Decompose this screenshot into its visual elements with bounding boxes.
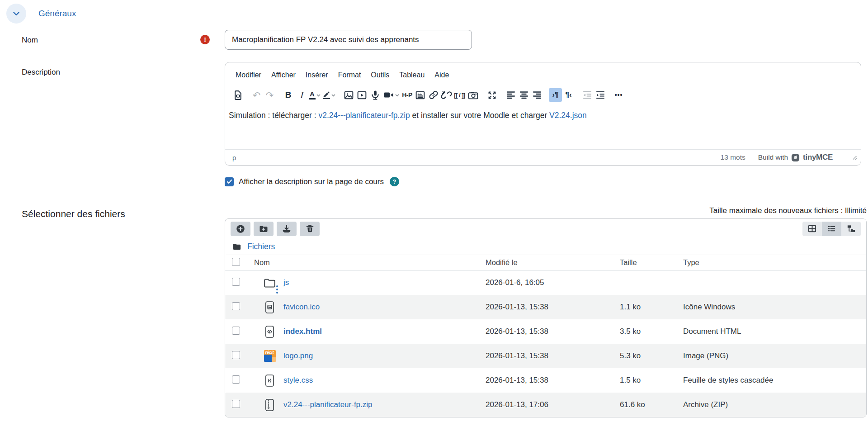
bold-button[interactable]: B	[282, 88, 295, 102]
file-modified: 2026-01-6, 16:05	[486, 270, 620, 295]
row-checkbox[interactable]	[232, 327, 240, 335]
camera-icon	[467, 90, 479, 101]
media-manager-button[interactable]	[414, 88, 427, 102]
chevron-down-icon	[395, 93, 400, 98]
italic-button[interactable]: I	[295, 88, 308, 102]
file-type: Archive (ZIP)	[683, 393, 866, 417]
view-list-button[interactable]	[822, 222, 841, 236]
view-tree-button[interactable]	[841, 222, 861, 236]
text-color-icon: A	[309, 90, 316, 100]
highlight-color-button[interactable]	[322, 88, 337, 102]
file-link[interactable]: v2.24---planificateur-fp.zip	[283, 400, 373, 409]
file-link[interactable]: js	[283, 278, 289, 287]
align-left-button[interactable]	[504, 88, 517, 102]
tinymce-editor: Modifier Afficher Insérer Format Outils …	[225, 62, 861, 166]
breadcrumb-root-link[interactable]: Fichiers	[247, 242, 275, 251]
h5p-button[interactable]: H-P	[401, 88, 414, 102]
chevron-down-icon	[316, 93, 321, 98]
screenshot-button[interactable]	[466, 88, 480, 102]
add-file-button[interactable]	[231, 222, 250, 236]
file-size: 1.1 ko	[620, 295, 683, 319]
undo-button[interactable]: ↶	[250, 88, 263, 102]
name-input[interactable]	[225, 30, 472, 50]
resize-handle[interactable]	[852, 155, 857, 160]
row-checkbox[interactable]	[232, 400, 240, 408]
menu-format[interactable]: Format	[333, 68, 366, 82]
file-link[interactable]: style.css	[283, 376, 313, 385]
name-field-label: Nom	[22, 36, 38, 45]
indent-button[interactable]	[594, 88, 607, 102]
menu-afficher[interactable]: Afficher	[266, 68, 301, 82]
section-title[interactable]: Généraux	[38, 9, 76, 19]
table-row: récit logo.png 2026-01-13, 15:38 5.3 ko …	[225, 344, 866, 368]
chevron-down-icon	[331, 93, 336, 98]
rtl-button[interactable]: ¶‹	[562, 88, 575, 102]
file-size: 5.3 ko	[620, 344, 683, 368]
menu-inserer[interactable]: Insérer	[301, 68, 333, 82]
file-link[interactable]: index.html	[283, 327, 322, 336]
row-checkbox[interactable]	[232, 351, 240, 359]
delete-button[interactable]	[300, 222, 320, 236]
file-modified: 2026-01-13, 15:38	[486, 344, 620, 368]
row-checkbox[interactable]	[232, 302, 240, 310]
file-table: Nom Modifié le Taille Type js	[225, 255, 866, 417]
fullscreen-button[interactable]	[486, 88, 499, 102]
file-type: Feuille de styles cascadée	[683, 368, 866, 393]
file-size	[620, 270, 683, 295]
record-audio-button[interactable]	[368, 88, 382, 102]
file-manager-toolbar	[225, 219, 866, 239]
text-color-button[interactable]: A	[308, 88, 322, 102]
column-header-name[interactable]: Nom	[254, 255, 486, 270]
insert-video-button[interactable]	[355, 88, 368, 102]
align-center-icon	[519, 90, 529, 100]
file-link[interactable]: favicon.ico	[283, 303, 320, 312]
column-header-type[interactable]: Type	[683, 255, 866, 270]
align-center-button[interactable]	[517, 88, 530, 102]
editor-content-area[interactable]: Simulation : télécharger : v2.24---plani…	[225, 106, 861, 149]
file-link[interactable]: logo.png	[283, 351, 313, 360]
unlink-button[interactable]	[440, 88, 453, 102]
ltr-button[interactable]: ›¶	[549, 88, 562, 102]
create-folder-button[interactable]	[254, 222, 274, 236]
outdent-icon	[582, 90, 593, 100]
word-count[interactable]: 13 mots	[721, 153, 745, 161]
element-path[interactable]: p	[232, 154, 236, 161]
collapse-section-button[interactable]	[6, 4, 26, 24]
help-icon[interactable]: ?	[390, 177, 399, 186]
outdent-button[interactable]	[580, 88, 594, 102]
file-type: Image (PNG)	[683, 344, 866, 368]
content-link-zip[interactable]: v2.24---planificateur-fp.zip	[318, 111, 410, 120]
tree-view-icon	[846, 224, 856, 233]
record-video-button[interactable]	[382, 88, 401, 102]
menu-tableau[interactable]: Tableau	[394, 68, 429, 82]
menu-modifier[interactable]: Modifier	[231, 68, 266, 82]
view-icons-button[interactable]	[802, 222, 822, 236]
column-header-size[interactable]: Taille	[620, 255, 683, 270]
content-link-json[interactable]: V2.24.json	[549, 111, 587, 120]
file-type: Document HTML	[683, 319, 866, 344]
insert-link-button[interactable]	[427, 88, 440, 102]
insert-image-button[interactable]	[342, 88, 355, 102]
show-description-checkbox[interactable]	[225, 177, 234, 186]
redo-button[interactable]: ↷	[263, 88, 276, 102]
select-all-checkbox[interactable]	[232, 258, 240, 266]
menu-outils[interactable]: Outils	[366, 68, 394, 82]
editor-statusbar: p 13 mots Build with tinyMCE	[225, 149, 861, 165]
source-code-button[interactable]	[231, 88, 245, 102]
table-row: v2.24---planificateur-fp.zip 2026-01-13,…	[225, 393, 866, 417]
row-checkbox[interactable]	[232, 375, 240, 384]
menu-aide[interactable]: Aide	[429, 68, 454, 82]
column-header-modified[interactable]: Modifié le	[486, 255, 620, 270]
filters-button[interactable]: [[ / ]]	[453, 88, 466, 102]
more-tools-button[interactable]: •••	[612, 88, 625, 102]
align-right-button[interactable]	[530, 88, 543, 102]
unlink-icon	[441, 90, 452, 101]
table-row: index.html 2026-01-13, 15:38 3.5 ko Docu…	[225, 319, 866, 344]
file-type: Icône Windows	[683, 295, 866, 319]
link-icon	[428, 90, 439, 100]
table-row: js 2026-01-6, 16:05	[225, 270, 866, 295]
tinymce-branding[interactable]: Build with tinyMCE	[758, 153, 833, 162]
file-type	[683, 270, 866, 295]
row-checkbox[interactable]	[232, 278, 240, 286]
download-all-button[interactable]	[277, 222, 297, 236]
